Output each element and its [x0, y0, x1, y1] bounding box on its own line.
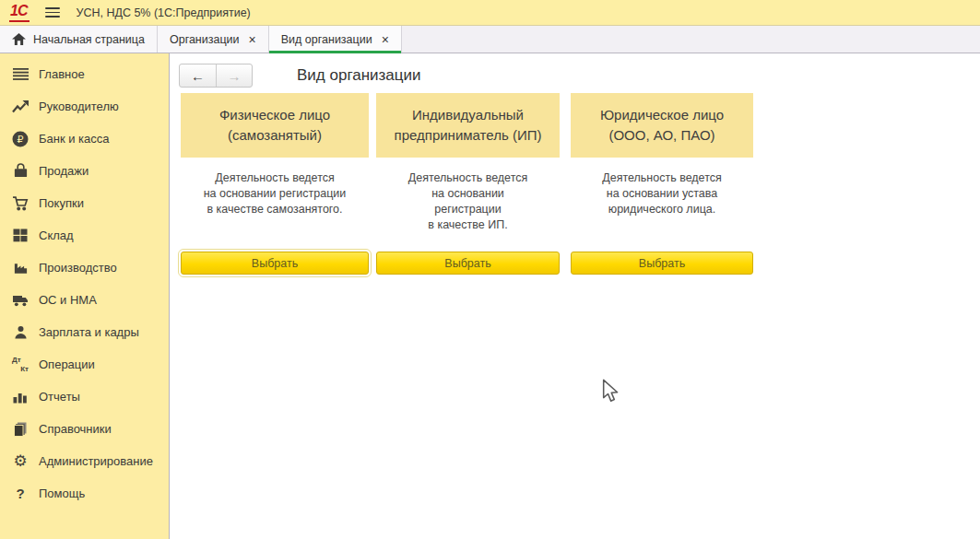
warehouse-boxes-icon	[11, 227, 30, 245]
sidebar-item-fixed-assets[interactable]: ОС и НМА	[0, 284, 169, 316]
sidebar-item-warehouse[interactable]: Склад	[0, 219, 169, 252]
tab-label: Организации	[170, 33, 240, 46]
main-content: ← → Вид организации Физическое лицо (сам…	[171, 53, 980, 539]
sidebar-item-label: Склад	[39, 228, 74, 242]
person-icon	[11, 323, 30, 342]
trend-chart-icon	[11, 98, 30, 116]
select-button-entrepreneur[interactable]: Выбрать	[376, 252, 560, 275]
sidebar-item-bank-cash[interactable]: ₽ Банк и касса	[0, 123, 169, 155]
shopping-cart-icon	[11, 194, 30, 213]
tab-organization-type[interactable]: Вид организации ×	[269, 26, 402, 53]
sidebar-item-directories[interactable]: Справочники	[0, 413, 169, 445]
tab-label: Начальная страница	[33, 33, 145, 46]
ruble-circle-icon: ₽	[11, 130, 30, 148]
sidebar-item-label: Продажи	[39, 164, 89, 178]
debit-credit-icon: ДтКт	[11, 356, 30, 374]
sidebar-item-label: Помощь	[39, 486, 85, 500]
sidebar-item-label: Администрирование	[39, 454, 153, 468]
sidebar-item-label: Справочники	[39, 422, 112, 436]
tab-home-page[interactable]: Начальная страница	[0, 26, 158, 53]
sidebar-item-purchases[interactable]: Покупки	[0, 187, 169, 219]
home-icon	[12, 33, 26, 45]
sidebar-item-label: Банк и касса	[39, 132, 110, 146]
1c-logo: 1С	[9, 3, 30, 22]
main-menu-icon[interactable]	[45, 7, 60, 18]
sidebar-item-administration[interactable]: ⚙ Администрирование	[0, 445, 169, 477]
page-title: Вид организации	[297, 66, 421, 85]
window-titlebar: 1С УСН, НДС 5% (1С:Предприятие)	[0, 0, 980, 26]
sidebar-item-production[interactable]: Производство	[0, 252, 169, 284]
question-icon: ?	[11, 485, 30, 503]
sidebar-item-main[interactable]: Главное	[0, 58, 169, 90]
select-button-legal-entity[interactable]: Выбрать	[571, 252, 753, 275]
sidebar-item-manager[interactable]: Руководителю	[0, 90, 169, 123]
card-description: Деятельность ведется на основании регист…	[376, 158, 560, 252]
gear-icon: ⚙	[11, 452, 30, 471]
history-nav: ← →	[179, 64, 253, 88]
truck-icon	[11, 291, 30, 310]
books-icon	[11, 420, 30, 439]
sidebar-item-payroll-hr[interactable]: Зарплата и кадры	[0, 316, 169, 348]
svg-text:₽: ₽	[18, 134, 24, 146]
bar-chart-icon	[11, 388, 30, 406]
card-individual-self-employed: Физическое лицо (самозанятый) Деятельнос…	[181, 93, 369, 275]
card-title: Юридическое лицо (ООО, АО, ПАО)	[571, 93, 753, 158]
sidebar-item-label: Руководителю	[39, 100, 119, 113]
sidebar-item-label: Главное	[39, 67, 85, 81]
select-button-self-employed[interactable]: Выбрать	[181, 252, 369, 275]
sidebar-item-label: Отчеты	[39, 390, 80, 404]
card-description: Деятельность ведется на основании устава…	[571, 158, 753, 252]
organization-type-cards: Физическое лицо (самозанятый) Деятельнос…	[181, 93, 753, 275]
shopping-bag-icon	[11, 162, 30, 181]
sidebar-item-reports[interactable]: Отчеты	[0, 381, 169, 413]
sidebar-item-label: Производство	[39, 261, 117, 275]
sidebar-item-label: Операции	[39, 357, 95, 371]
sidebar-item-help[interactable]: ? Помощь	[0, 477, 169, 510]
card-title: Индивидуальный предприниматель (ИП)	[376, 93, 560, 158]
tab-organizations[interactable]: Организации ×	[158, 26, 269, 53]
back-button[interactable]: ←	[180, 64, 216, 87]
tab-bar: Начальная страница Организации × Вид орг…	[0, 26, 980, 53]
factory-icon	[11, 259, 30, 277]
sidebar-item-label: ОС и НМА	[39, 293, 97, 307]
close-tab-icon[interactable]: ×	[249, 33, 256, 46]
tab-label: Вид организации	[281, 33, 372, 46]
sidebar-item-operations[interactable]: ДтКт Операции	[0, 348, 169, 381]
card-title: Физическое лицо (самозанятый)	[181, 93, 369, 158]
card-legal-entity: Юридическое лицо (ООО, АО, ПАО) Деятельн…	[571, 93, 753, 275]
sidebar-item-sales[interactable]: Продажи	[0, 155, 169, 187]
close-tab-icon[interactable]: ×	[382, 33, 389, 46]
menu-lines-icon	[11, 65, 30, 84]
sidebar-nav: Главное Руководителю ₽ Банк и касса Прод…	[0, 53, 170, 539]
sidebar-item-label: Зарплата и кадры	[39, 325, 139, 339]
card-description: Деятельность ведется на основании регист…	[181, 158, 369, 252]
sidebar-item-label: Покупки	[39, 196, 84, 210]
window-title: УСН, НДС 5% (1С:Предприятие)	[76, 6, 250, 19]
card-entrepreneur: Индивидуальный предприниматель (ИП) Деят…	[376, 93, 560, 275]
forward-button[interactable]: →	[216, 64, 252, 87]
